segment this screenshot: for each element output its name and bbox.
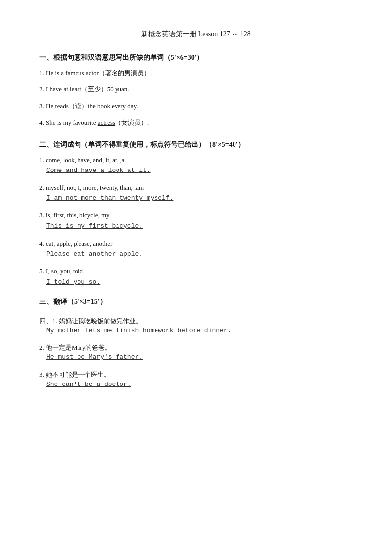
- section4-q2: 2. 他一定是Mary的爸爸。 He must be Mary's father…: [39, 342, 353, 361]
- s2-q2-words: 2. myself, not, I, more, twenty, than, .…: [39, 182, 353, 193]
- q4-prefix: 4. She is my favourite: [39, 119, 98, 126]
- section4-q1: 四、1. 妈妈让我吃晚饭前做完作业。 My mother lets me fin…: [39, 315, 353, 334]
- section2-q4: 4. eat, apple, please, another Please ea…: [39, 238, 353, 257]
- s2-q5-words: 5. I, so, you, told: [39, 265, 353, 277]
- page-title: 新概念英语第一册 Lesson 127 ～ 128: [39, 30, 353, 39]
- q1-suffix: （著名的男演员）.: [99, 69, 152, 77]
- section2-q1: 1. come, look, have, and, it, at, ,a Com…: [39, 154, 353, 174]
- section-3-title: 三、翻译（5'×3=15'）: [39, 298, 353, 306]
- s2-q4-answer: Please eat another apple.: [46, 250, 353, 257]
- q2-word1: at: [63, 85, 68, 93]
- q2-prefix: 2. I have: [39, 85, 63, 93]
- section-1-title: 一、根据句意和汉语意思写出所缺的单词（5'×6=30'）: [39, 53, 353, 62]
- s4-q1-chinese: 四、1. 妈妈让我吃晚饭前做完作业。: [39, 315, 353, 327]
- section-1: 一、根据句意和汉语意思写出所缺的单词（5'×6=30'） 1. He is a …: [39, 53, 353, 128]
- q2-word2: least: [70, 85, 81, 93]
- section-2-title: 二、连词成句（单词不得重复使用，标点符号已给出）（8'×5=40'）: [39, 140, 353, 149]
- q3-suffix: （读）the book every day.: [69, 102, 138, 110]
- q1-word1: famous: [65, 69, 84, 77]
- s2-q4-words: 4. eat, apple, please, another: [39, 238, 353, 249]
- section2-q2: 2. myself, not, I, more, twenty, than, .…: [39, 182, 353, 202]
- s2-q1-answer: Come and have a look at it.: [46, 167, 353, 174]
- s2-q3-words: 3. is, first, this, bicycle, my: [39, 210, 353, 221]
- s4-q2-chinese: 2. 他一定是Mary的爸爸。: [39, 342, 353, 353]
- section1-q3: 3. He reads（读）the book every day.: [39, 100, 353, 112]
- s4-q1-answer: My mother lets me finish homework before…: [46, 327, 353, 334]
- section1-q2: 2. I have at least（至少）50 yuan.: [39, 84, 353, 95]
- section2-q5: 5. I, so, you, told I told you so.: [39, 265, 353, 285]
- q2-suffix: （至少）50 yuan.: [81, 85, 129, 93]
- s4-q2-answer: He must be Mary's father.: [46, 353, 353, 361]
- s4-q3-chinese: 3. 她不可能是一个医生。: [39, 369, 353, 380]
- s2-q3-answer: This is my first bicycle.: [46, 222, 353, 230]
- q4-word1: actress: [98, 119, 115, 126]
- q1-word2: actor: [86, 69, 99, 77]
- section2-q3: 3. is, first, this, bicycle, my This is …: [39, 210, 353, 229]
- q3-prefix: 3. He: [39, 102, 55, 110]
- section-4: 四、1. 妈妈让我吃晚饭前做完作业。 My mother lets me fin…: [39, 315, 353, 388]
- s2-q5-answer: I told you so.: [46, 278, 353, 286]
- section1-q4: 4. She is my favourite actress（女演员）.: [39, 117, 353, 128]
- section4-q3: 3. 她不可能是一个医生。 She can't be a doctor.: [39, 369, 353, 387]
- s4-q3-answer: She can't be a doctor.: [46, 381, 353, 388]
- section-2: 二、连词成句（单词不得重复使用，标点符号已给出）（8'×5=40'） 1. co…: [39, 140, 353, 286]
- q4-suffix: （女演员）.: [115, 119, 149, 126]
- s2-q1-words: 1. come, look, have, and, it, at, ,a: [39, 154, 353, 166]
- section1-q1: 1. He is a famous actor（著名的男演员）.: [39, 67, 353, 79]
- s2-q2-answer: I am not more than twenty myself.: [46, 194, 353, 202]
- q1-num: 1. He is a: [39, 69, 65, 77]
- q3-word1: reads: [55, 102, 68, 110]
- section-3: 三、翻译（5'×3=15'）: [39, 298, 353, 306]
